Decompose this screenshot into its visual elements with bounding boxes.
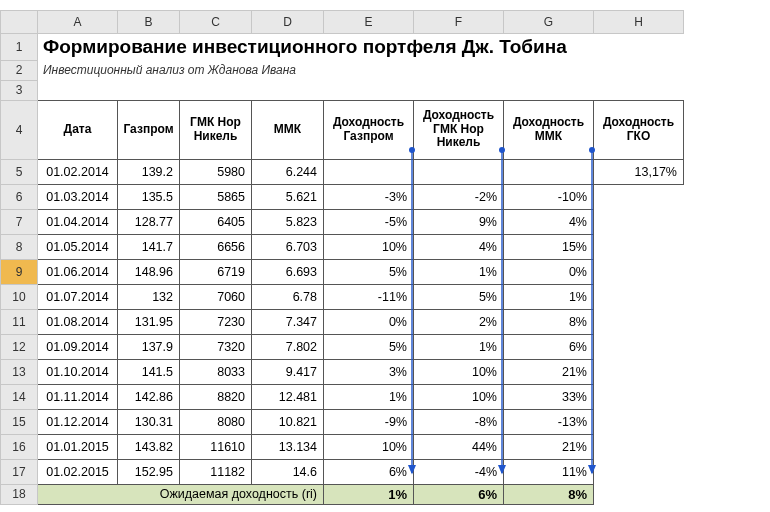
select-all-corner[interactable] <box>1 11 38 34</box>
cell-ret-gmk[interactable]: 44% <box>414 434 504 459</box>
cell-ret-gazprom[interactable]: 1% <box>324 384 414 409</box>
row-header[interactable]: 10 <box>1 284 38 309</box>
cell-ret-gazprom[interactable]: 5% <box>324 259 414 284</box>
cell-date[interactable]: 01.01.2015 <box>38 434 118 459</box>
row-header[interactable]: 2 <box>1 60 38 80</box>
cell-ret-mmk[interactable]: -10% <box>504 184 594 209</box>
cell-gmk[interactable]: 6719 <box>180 259 252 284</box>
row-header[interactable]: 4 <box>1 100 38 159</box>
row-header[interactable]: 13 <box>1 359 38 384</box>
cell-gmk[interactable]: 11182 <box>180 459 252 484</box>
cell-date[interactable]: 01.08.2014 <box>38 309 118 334</box>
cell-gazprom[interactable]: 132 <box>118 284 180 309</box>
cell-ret-gazprom[interactable] <box>324 159 414 184</box>
cell-mmk[interactable]: 6.693 <box>252 259 324 284</box>
cell-gazprom[interactable]: 137.9 <box>118 334 180 359</box>
col-header[interactable]: D <box>252 11 324 34</box>
cell-ret-gmk[interactable]: -4% <box>414 459 504 484</box>
cell-ret-gmk[interactable]: 9% <box>414 209 504 234</box>
cell-gazprom[interactable]: 135.5 <box>118 184 180 209</box>
cell-mmk[interactable]: 5.823 <box>252 209 324 234</box>
col-header[interactable]: C <box>180 11 252 34</box>
cell-mmk[interactable]: 13.134 <box>252 434 324 459</box>
cell-gmk[interactable]: 7230 <box>180 309 252 334</box>
cell-mmk[interactable]: 6.244 <box>252 159 324 184</box>
cell-gmk[interactable]: 11610 <box>180 434 252 459</box>
cell-ret-mmk[interactable]: 0% <box>504 259 594 284</box>
cell-gazprom[interactable]: 141.5 <box>118 359 180 384</box>
row-header[interactable]: 5 <box>1 159 38 184</box>
cell-ret-gazprom[interactable]: 5% <box>324 334 414 359</box>
cell-gazprom[interactable]: 141.7 <box>118 234 180 259</box>
cell-mmk[interactable]: 7.347 <box>252 309 324 334</box>
cell-date[interactable]: 01.02.2015 <box>38 459 118 484</box>
cell-ret-gmk[interactable]: 10% <box>414 359 504 384</box>
cell-ret-gmk[interactable]: -2% <box>414 184 504 209</box>
empty-cell[interactable] <box>594 259 684 284</box>
cell-ret-mmk[interactable]: -13% <box>504 409 594 434</box>
cell-ret-mmk[interactable]: 4% <box>504 209 594 234</box>
cell-gmk[interactable]: 8820 <box>180 384 252 409</box>
cell-gmk[interactable]: 7060 <box>180 284 252 309</box>
row-header[interactable]: 3 <box>1 80 38 100</box>
col-header[interactable]: H <box>594 11 684 34</box>
cell-date[interactable]: 01.11.2014 <box>38 384 118 409</box>
cell-ret-gazprom[interactable]: -11% <box>324 284 414 309</box>
cell-gmk[interactable]: 7320 <box>180 334 252 359</box>
col-header[interactable]: G <box>504 11 594 34</box>
cell-mmk[interactable]: 6.703 <box>252 234 324 259</box>
row-header[interactable]: 18 <box>1 484 38 504</box>
cell-ret-mmk[interactable]: 21% <box>504 434 594 459</box>
cell-gazprom[interactable]: 128.77 <box>118 209 180 234</box>
cell-ret-gazprom[interactable]: -3% <box>324 184 414 209</box>
cell-date[interactable]: 01.02.2014 <box>38 159 118 184</box>
cell-gazprom[interactable]: 152.95 <box>118 459 180 484</box>
col-header[interactable]: F <box>414 11 504 34</box>
cell-date[interactable]: 01.09.2014 <box>38 334 118 359</box>
cell-mmk[interactable]: 6.78 <box>252 284 324 309</box>
cell-ret-gazprom[interactable]: 3% <box>324 359 414 384</box>
row-header[interactable]: 6 <box>1 184 38 209</box>
cell-ret-gmk[interactable]: 1% <box>414 334 504 359</box>
cell-date[interactable]: 01.03.2014 <box>38 184 118 209</box>
cell-date[interactable]: 01.04.2014 <box>38 209 118 234</box>
cell-mmk[interactable]: 10.821 <box>252 409 324 434</box>
cell-ret-gazprom[interactable]: -5% <box>324 209 414 234</box>
row-header[interactable]: 11 <box>1 309 38 334</box>
empty-cell[interactable] <box>594 409 684 434</box>
cell-gmk[interactable]: 8080 <box>180 409 252 434</box>
cell-ret-gmk[interactable]: 4% <box>414 234 504 259</box>
cell-date[interactable]: 01.06.2014 <box>38 259 118 284</box>
row-header[interactable]: 8 <box>1 234 38 259</box>
cell-gazprom[interactable]: 139.2 <box>118 159 180 184</box>
empty-cell[interactable] <box>594 384 684 409</box>
cell-date[interactable]: 01.10.2014 <box>38 359 118 384</box>
cell-ret-gko[interactable]: 13,17% <box>594 159 684 184</box>
cell-date[interactable]: 01.12.2014 <box>38 409 118 434</box>
cell-ret-gazprom[interactable]: 0% <box>324 309 414 334</box>
cell-ret-mmk[interactable] <box>504 159 594 184</box>
cell-ret-mmk[interactable]: 1% <box>504 284 594 309</box>
row-header[interactable]: 9 <box>1 259 38 284</box>
col-header[interactable]: A <box>38 11 118 34</box>
cell-ret-mmk[interactable]: 11% <box>504 459 594 484</box>
cell-gmk[interactable]: 5865 <box>180 184 252 209</box>
col-header[interactable]: E <box>324 11 414 34</box>
row-header[interactable]: 14 <box>1 384 38 409</box>
cell-gmk[interactable]: 6405 <box>180 209 252 234</box>
empty-cell[interactable] <box>594 459 684 484</box>
cell-ret-gazprom[interactable]: -9% <box>324 409 414 434</box>
cell-gazprom[interactable]: 148.96 <box>118 259 180 284</box>
cell-ret-gmk[interactable]: 10% <box>414 384 504 409</box>
cell-ret-gmk[interactable]: 2% <box>414 309 504 334</box>
cell-gmk[interactable]: 5980 <box>180 159 252 184</box>
cell-mmk[interactable]: 14.6 <box>252 459 324 484</box>
cell-date[interactable]: 01.05.2014 <box>38 234 118 259</box>
grid[interactable]: A B C D E F G H 1 Формирование инвестици… <box>0 10 684 505</box>
cell-mmk[interactable]: 7.802 <box>252 334 324 359</box>
empty-cell[interactable] <box>594 309 684 334</box>
cell-ret-mmk[interactable]: 6% <box>504 334 594 359</box>
empty-cell[interactable] <box>594 359 684 384</box>
empty-cell[interactable] <box>594 434 684 459</box>
empty-cell[interactable] <box>594 184 684 209</box>
